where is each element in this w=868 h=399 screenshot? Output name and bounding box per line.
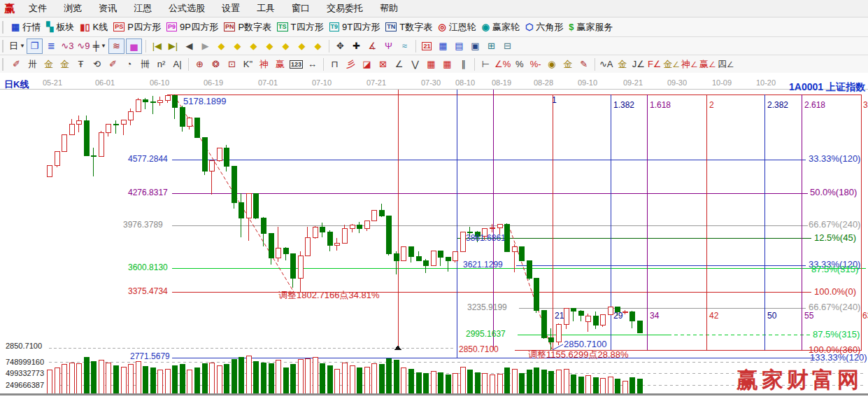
symbol-name: 上证指数	[826, 81, 865, 92]
volume-bar	[600, 379, 605, 394]
gann-price-label: 2771.5679	[130, 352, 170, 360]
volume-bar	[69, 363, 74, 394]
cycle-number-label: 42	[709, 312, 718, 320]
time-marker-triangle	[394, 345, 401, 350]
volume-axis-label: 2850.7100	[6, 342, 42, 350]
date-tick: 08-28	[528, 78, 559, 87]
date-tick: 06-01	[90, 78, 120, 87]
cycle-number-label: 21	[555, 312, 564, 320]
candle-body	[334, 244, 339, 246]
volume-bar	[276, 360, 280, 394]
candle-body	[313, 227, 318, 237]
fib-time-label: 1	[552, 96, 557, 104]
gann-price-label: 3621.1299	[463, 260, 503, 269]
volume-bar	[313, 357, 318, 394]
candle-body	[622, 312, 627, 312]
candle-body	[121, 120, 126, 124]
candle-body	[446, 258, 450, 261]
candle-body	[564, 308, 569, 324]
fib-time-label: 1.618	[650, 101, 671, 109]
volume-bar	[261, 363, 266, 394]
volume-bar	[121, 368, 126, 394]
candle-body	[165, 96, 170, 101]
candle-body	[283, 248, 288, 254]
candle-body	[76, 120, 81, 124]
candle-body	[637, 321, 642, 333]
candle-body	[253, 193, 258, 218]
volume-bar	[401, 368, 406, 394]
volume-bar	[408, 369, 413, 394]
chart-area[interactable]: 日K线 1A0001 上证指数 05-2106-0106-1006-1907-0…	[0, 73, 868, 399]
candle-body	[519, 246, 524, 260]
gann-percent-label: 87.5%(315)	[813, 330, 860, 339]
candle-body	[202, 138, 207, 172]
volume-bar	[290, 365, 295, 394]
volume-bar	[386, 358, 391, 394]
gann-price-label: 3600.8130	[128, 263, 168, 272]
fib-time-label: 1.382	[613, 101, 634, 109]
volume-bar	[460, 368, 465, 394]
gann-percent-label: 12.5%(45)	[814, 234, 856, 242]
volume-bar	[76, 364, 81, 394]
volume-bar	[217, 366, 222, 394]
candle-body	[629, 312, 634, 321]
gann-percent-label: 100.0%(0)	[814, 288, 856, 296]
volume-bar	[136, 362, 141, 395]
app-window: { "window": { "logo": "赢", "menu_items":…	[0, 0, 868, 399]
candle-body	[600, 315, 605, 325]
candle-body	[556, 325, 561, 342]
volume-bar	[350, 365, 355, 394]
candle-body	[585, 316, 590, 321]
candle-body	[298, 255, 303, 278]
volume-bar	[548, 372, 553, 394]
volume-bar	[490, 374, 495, 394]
candle-body	[408, 247, 413, 256]
candle-body	[497, 225, 502, 227]
volume-bar	[431, 372, 436, 394]
volume-bar	[269, 364, 273, 394]
date-tick: 10-20	[750, 78, 781, 87]
candle-body	[91, 156, 96, 157]
fib-time-label: 2.618	[804, 101, 825, 109]
date-tick: 05-21	[37, 78, 68, 87]
candle-body	[239, 203, 243, 218]
gann-percent-label: 66.67%(240)	[809, 220, 860, 229]
date-axis-line	[0, 89, 868, 90]
chart-canvas[interactable]	[0, 0, 868, 399]
volume-bar	[91, 362, 96, 395]
candle-body	[209, 160, 214, 171]
volume-bar	[637, 379, 642, 394]
volume-bar	[527, 370, 532, 394]
peak-price-label: 5178.1899	[183, 97, 226, 106]
candle-body	[246, 193, 251, 218]
candle-body	[438, 251, 443, 258]
candle-body	[269, 234, 273, 258]
volume-bar	[585, 376, 590, 394]
candle-body	[143, 99, 148, 102]
gann-percent-label: 133.33%(120)	[810, 354, 867, 362]
candle-body	[364, 221, 369, 229]
candle-body	[62, 134, 66, 151]
cycle-number-label: 29	[613, 312, 622, 320]
volume-bar	[475, 372, 480, 394]
candle-body	[416, 256, 421, 260]
candle-body	[548, 337, 553, 342]
volume-bar	[608, 377, 613, 394]
volume-axis-label: 499332773	[6, 369, 44, 377]
candle-body	[320, 227, 325, 232]
volume-bar	[482, 373, 487, 394]
volume-bar	[327, 366, 332, 394]
volume-bar	[209, 363, 214, 394]
volume-bar	[423, 373, 428, 394]
volume-bar	[194, 368, 199, 394]
volume-bar	[504, 368, 509, 394]
gann-price-label: 4577.2844	[128, 155, 168, 163]
volume-bar	[305, 358, 310, 394]
candle-body	[608, 307, 613, 314]
candle-body	[593, 316, 598, 325]
date-tick: 07-21	[361, 78, 392, 87]
candle-body	[527, 260, 532, 278]
volume-bar	[446, 374, 450, 394]
volume-bar	[342, 363, 347, 394]
volume-bar	[99, 360, 104, 394]
